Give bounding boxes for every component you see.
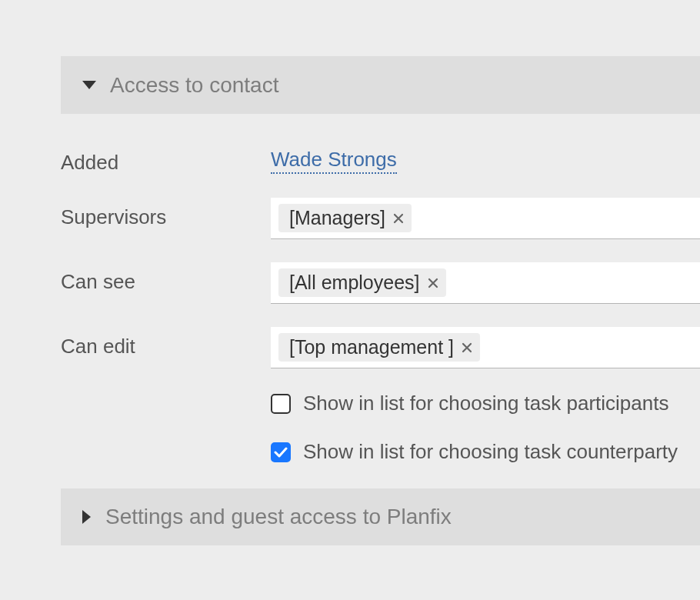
tag-label: [Top management ] bbox=[289, 336, 454, 358]
remove-tag-icon[interactable] bbox=[428, 278, 438, 288]
section-title: Settings and guest access to Planfix bbox=[105, 505, 452, 529]
show-in-counterparty-checkbox[interactable] bbox=[271, 442, 291, 462]
supervisors-input[interactable]: [Managers] bbox=[271, 198, 700, 239]
tag-label: [Managers] bbox=[289, 207, 385, 229]
can-see-input[interactable]: [All employees] bbox=[271, 262, 700, 304]
chevron-down-icon bbox=[82, 81, 96, 90]
added-user-link[interactable]: Wade Strongs bbox=[271, 148, 397, 174]
can-see-tag: [All employees] bbox=[278, 268, 446, 297]
can-see-label: Can see bbox=[61, 262, 271, 294]
show-in-counterparty-label: Show in list for choosing task counterpa… bbox=[303, 440, 678, 464]
section-title: Access to contact bbox=[110, 73, 278, 98]
section-settings-guest-access-header[interactable]: Settings and guest access to Planfix bbox=[61, 488, 700, 545]
remove-tag-icon[interactable] bbox=[393, 213, 404, 224]
show-in-participants-label: Show in list for choosing task participa… bbox=[303, 392, 668, 415]
added-label: Added bbox=[61, 143, 271, 175]
can-edit-tag: [Top management ] bbox=[278, 333, 480, 362]
chevron-right-icon bbox=[82, 510, 92, 524]
can-edit-label: Can edit bbox=[61, 327, 271, 358]
remove-tag-icon[interactable] bbox=[462, 342, 472, 353]
section-access-to-contact-header[interactable]: Access to contact bbox=[61, 56, 700, 114]
supervisors-tag: [Managers] bbox=[278, 204, 412, 232]
show-in-participants-checkbox[interactable] bbox=[271, 394, 291, 414]
can-edit-input[interactable]: [Top management ] bbox=[271, 327, 700, 368]
tag-label: [All employees] bbox=[289, 272, 420, 294]
supervisors-label: Supervisors bbox=[61, 198, 271, 229]
